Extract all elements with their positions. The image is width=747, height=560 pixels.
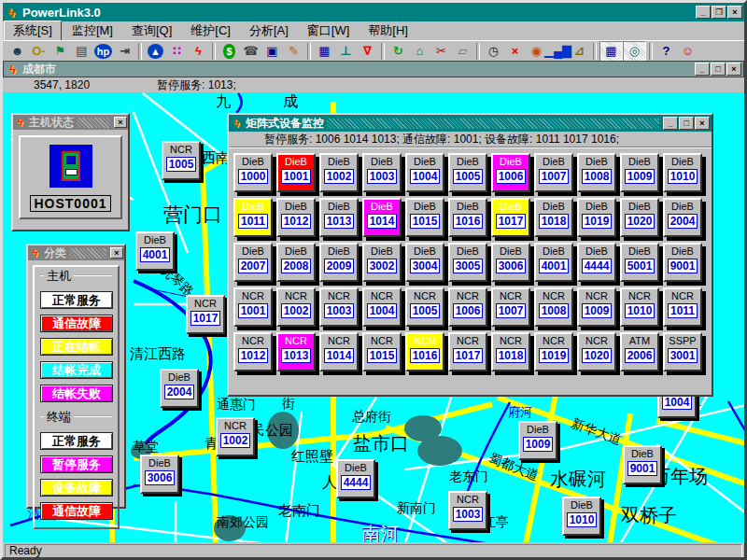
child-close-button[interactable]: × [726, 63, 741, 76]
device-DieB-1007[interactable]: DieB1007 [534, 153, 573, 192]
funnel-icon[interactable]: ∇ [357, 42, 378, 61]
site-tools-icon[interactable]: ⊥ [335, 42, 357, 61]
bar-chart-icon[interactable]: ▁▄▇ [547, 42, 569, 61]
restore-button[interactable]: ❐ [712, 6, 726, 19]
device-DieB-1018[interactable]: DieB1018 [534, 198, 573, 237]
device-NCR-1004[interactable]: NCR1004 [362, 287, 402, 327]
device-NCR-1015[interactable]: NCR1015 [362, 332, 402, 371]
money-bag-icon[interactable]: $ [218, 42, 240, 61]
menu-item-2[interactable]: 查询[Q] [123, 21, 180, 40]
device-NCR-1010[interactable]: NCR1010 [620, 287, 659, 327]
menu-item-4[interactable]: 分析[A] [241, 21, 297, 40]
flag-icon[interactable]: ⚑ [49, 42, 71, 61]
device-DieB-3005[interactable]: DieB3005 [448, 243, 487, 282]
device-NCR-1008[interactable]: NCR1008 [534, 287, 573, 327]
device-NCR-1002[interactable]: NCR1002 [276, 287, 316, 327]
chart-window-icon[interactable]: ▦ [314, 42, 335, 61]
device-NCR-1016[interactable]: NCR1016 [405, 332, 444, 371]
cascade-windows-icon[interactable]: ▣ [261, 42, 283, 61]
minimize-button[interactable]: _ [696, 6, 711, 19]
device-DieB-1003[interactable]: DieB1003 [362, 153, 402, 192]
map-view-icon[interactable]: ▲ [145, 42, 166, 61]
device-DieB-1019[interactable]: DieB1019 [577, 198, 616, 237]
device-NCR-1006[interactable]: NCR1006 [448, 287, 487, 327]
map-device-DieB-1010[interactable]: DieB1010 [562, 497, 601, 536]
host-status-close-button[interactable]: × [114, 117, 127, 128]
device-NCR-1018[interactable]: NCR1018 [491, 332, 530, 371]
device-DieB-1006[interactable]: DieB1006 [491, 153, 530, 192]
eraser-icon[interactable]: ▱ [452, 42, 473, 61]
device-NCR-1013[interactable]: NCR1013 [276, 332, 316, 371]
ruler-icon[interactable]: ⊿ [569, 42, 590, 61]
device-DieB-1010[interactable]: DieB1010 [663, 153, 702, 192]
device-DieB-1011[interactable]: DieB1011 [233, 198, 273, 237]
menu-item-3[interactable]: 维护[C] [182, 21, 239, 40]
matrix-monitor-icon[interactable]: ◎ [623, 41, 646, 62]
device-NCR-1003[interactable]: NCR1003 [319, 287, 359, 327]
device-SSPP-3001[interactable]: SSPP3001 [663, 332, 702, 371]
menu-item-6[interactable]: 帮助[H] [359, 21, 416, 40]
device-NCR-1019[interactable]: NCR1019 [534, 332, 573, 371]
device-DieB-5001[interactable]: DieB5001 [620, 243, 659, 282]
child-minimize-button[interactable]: _ [695, 63, 710, 76]
refresh-icon[interactable]: ↻ [388, 42, 409, 61]
matrix-minimize-button[interactable]: _ [663, 117, 678, 130]
delete-x-icon[interactable]: × [504, 42, 526, 61]
device-DieB-9001[interactable]: DieB9001 [663, 243, 702, 282]
menu-item-0[interactable]: 系统[S] [4, 21, 62, 41]
device-DieB-3006[interactable]: DieB3006 [491, 243, 530, 282]
matrix-maximize-button[interactable]: □ [679, 117, 694, 130]
device-DieB-2004[interactable]: DieB2004 [663, 198, 702, 237]
device-DieB-2007[interactable]: DieB2007 [233, 243, 273, 282]
user-card-icon[interactable]: ☺ [677, 42, 698, 61]
device-DieB-2009[interactable]: DieB2009 [319, 243, 359, 282]
device-DieB-1020[interactable]: DieB1020 [620, 198, 659, 237]
matrix-titlebar[interactable]: ϟ 矩阵式设备监控 _ □ × [229, 115, 712, 132]
legend-close-button[interactable]: × [110, 247, 123, 259]
device-DieB-1015[interactable]: DieB1015 [405, 198, 444, 237]
device-DieB-1008[interactable]: DieB1008 [577, 153, 616, 192]
lightning-icon[interactable]: ϟ [188, 42, 209, 61]
hp-doc-icon[interactable]: hp [92, 42, 114, 61]
menu-item-5[interactable]: 窗口[W] [299, 21, 359, 40]
color-grid-icon[interactable]: ∷ [166, 42, 188, 61]
device-NCR-1009[interactable]: NCR1009 [577, 287, 616, 327]
device-DieB-1005[interactable]: DieB1005 [448, 153, 487, 192]
host-name-label[interactable]: HOST0001 [30, 195, 110, 212]
legend-titlebar[interactable]: ϟ 分类 × [28, 245, 124, 260]
map-device-NCR-1017[interactable]: NCR1017 [186, 295, 225, 334]
child-maximize-button[interactable]: □ [711, 63, 726, 76]
clock-icon[interactable]: ◷ [483, 42, 504, 61]
device-NCR-1001[interactable]: NCR1001 [233, 287, 273, 327]
device-DieB-2008[interactable]: DieB2008 [276, 243, 316, 282]
exit-door-icon[interactable]: ⇥ [114, 42, 135, 61]
device-DieB-3004[interactable]: DieB3004 [405, 243, 444, 282]
device-DieB-1004[interactable]: DieB1004 [405, 153, 444, 192]
device-DieB-1009[interactable]: DieB1009 [620, 153, 659, 192]
device-NCR-1005[interactable]: NCR1005 [405, 287, 444, 327]
device-NCR-1017[interactable]: NCR1017 [448, 332, 487, 371]
matrix-close-button[interactable]: × [695, 117, 710, 130]
menu-item-1[interactable]: 监控[M] [63, 21, 121, 40]
device-NCR-1012[interactable]: NCR1012 [233, 332, 273, 371]
child-window-titlebar[interactable]: ϟ 成都市 _ □ × [3, 61, 744, 77]
device-NCR-1011[interactable]: NCR1011 [663, 287, 702, 327]
map-device-DieB-3006[interactable]: DieB3006 [140, 455, 179, 494]
device-NCR-1014[interactable]: NCR1014 [319, 332, 359, 371]
city-map[interactable]: 九成西南营门口抚琴路清江西路通惠门街总府街民公园青草堂红照壁盐市口人老南门南郊公… [3, 92, 747, 542]
close-button[interactable]: × [727, 6, 742, 19]
map-device-DieB-9001[interactable]: DieB9001 [623, 445, 662, 484]
help-icon[interactable]: ? [655, 42, 677, 61]
host-computer-icon[interactable] [49, 145, 92, 188]
map-device-NCR-1002[interactable]: NCR1002 [216, 417, 255, 456]
map-device-DieB-1009[interactable]: DieB1009 [518, 421, 557, 460]
device-DieB-3002[interactable]: DieB3002 [362, 243, 402, 282]
pen-icon[interactable]: ✎ [283, 42, 304, 61]
device-ATM-2006[interactable]: ATM2006 [620, 332, 659, 371]
device-DieB-1002[interactable]: DieB1002 [319, 153, 359, 192]
find-user-icon[interactable]: ☻ [7, 42, 28, 61]
device-DieB-4001[interactable]: DieB4001 [534, 243, 573, 282]
phone-icon[interactable]: ☎ [240, 42, 261, 61]
host-status-titlebar[interactable]: ϟ 主机状态 × [13, 115, 128, 130]
device-DieB-1012[interactable]: DieB1012 [276, 198, 316, 237]
